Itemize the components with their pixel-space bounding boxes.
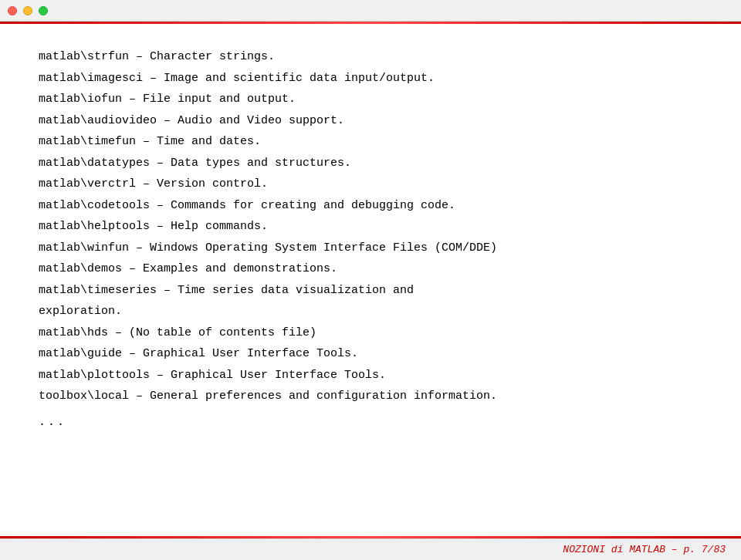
line-4: matlab\audiovideo – Audio and Video supp… [39,111,702,131]
line-8: matlab\codetools – Commands for creating… [39,196,702,216]
main-content: matlab\strfun – Character strings. matla… [0,24,741,480]
close-button[interactable] [8,6,17,15]
minimize-button[interactable] [23,6,32,15]
line-14: matlab\hds – (No table of contents file) [39,323,702,343]
line-2: matlab\imagesci – Image and scientific d… [39,69,702,89]
line-3: matlab\iofun – File input and output. [39,89,702,110]
line-10: matlab\winfun – Windows Operating System… [39,238,702,258]
line-6: matlab\datatypes – Data types and struct… [39,153,702,174]
line-5: matlab\timefun – Time and dates. [39,132,702,152]
line-17: toolbox\local – General preferences and … [39,386,702,407]
line-11: matlab\demos – Examples and demonstratio… [39,259,702,279]
line-15: matlab\guide – Graphical User Interface … [39,344,702,364]
footer: NOZIONI di MATLAB – p. 7/83 [0,538,741,560]
title-bar [0,0,741,22]
footer-text: NOZIONI di MATLAB – p. 7/83 [563,544,726,555]
maximize-button[interactable] [39,6,48,15]
line-12: matlab\timeseries – Time series data vis… [39,281,702,301]
line-7: matlab\verctrl – Version control. [39,174,702,194]
line-13: exploration. [39,302,702,322]
line-16: matlab\plottools – Graphical User Interf… [39,366,702,386]
line-1: matlab\strfun – Character strings. [39,47,702,67]
ellipsis: ... [39,413,702,433]
line-9: matlab\helptools – Help commands. [39,217,702,237]
